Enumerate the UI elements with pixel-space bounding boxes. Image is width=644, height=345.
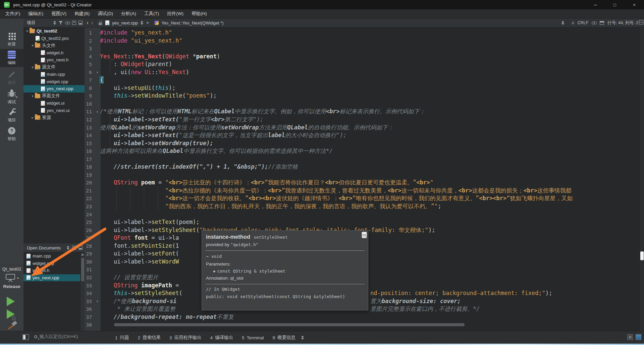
code-line[interactable]: 16这两种方法都可以用来在QLabel中显示换行文字。你可以根据你的需求选择其中… [85,147,644,155]
kit-selector-icon[interactable] [6,274,15,280]
sidebar-item-wrench[interactable]: 项目 [0,106,23,124]
code-line[interactable]: 22 "<br>这一切才会是我的收获。”<br><br>波伏娃的《越洋情书》：<… [85,194,644,203]
sidebar-item-pencil[interactable]: 设计 [0,69,23,87]
scrollbar-thumb[interactable] [81,258,84,281]
tree-item[interactable]: ▸▦资源 [23,114,85,121]
menu-item[interactable]: 视图(V) [47,9,70,18]
tree-item[interactable]: ✎widget.ui [23,100,85,107]
toggle-sidebar-icon[interactable] [22,334,29,340]
tree-item[interactable]: C+main.cpp [23,71,85,78]
filter-icon[interactable] [59,21,63,25]
output-pane-button[interactable]: 1问题 [112,331,132,344]
code-line[interactable]: 17 [85,155,644,163]
code-line[interactable]: 12 ui->label->setText("第一行文字<br>第二行文字"); [85,116,644,124]
code-line[interactable]: 5 : QWidget(parent) [85,60,644,68]
tree-item[interactable]: ▾✎界面文件 [23,93,85,100]
progress-icon[interactable] [636,334,641,340]
code-line[interactable]: 4Yes_Next::Yes_Next(QWidget *parent) [85,53,644,61]
sort-icon[interactable] [67,246,70,250]
maximize-button[interactable]: □ [605,0,625,9]
close-document-icon[interactable]: × [146,21,149,24]
code-line[interactable]: 13使用QLabel的setWordWrap方法：你可以使用setWordWra… [85,124,644,132]
vertical-scrollbar[interactable] [639,27,644,331]
sidebar-item-help[interactable]: ?帮助 [0,125,23,143]
horizontal-scrollbar[interactable] [101,323,639,327]
tree-item[interactable]: hwidget.h [23,49,85,57]
line-ending-indicator[interactable]: CRLF [578,20,589,25]
output-pane-button[interactable]: 9概要信息 [270,331,299,344]
open-document-item[interactable]: hwidget.h [23,267,80,274]
build-button[interactable] [6,322,17,332]
code-line[interactable]: 10 [85,100,644,108]
scrollbar-thumb[interactable] [114,323,465,326]
locator-input[interactable]: 输入以定位(Ctrl+K) [34,334,78,340]
hide-pane-icon[interactable] [78,21,83,25]
code-line[interactable]: 18 //str.insert(str.indexOf(",") + 1, "&… [85,163,644,171]
code-line[interactable]: 8 ui->setupUi(this); [85,84,644,92]
pane-sort-icon[interactable] [301,336,304,340]
tree-item[interactable]: ▾C+源文件 [23,64,85,71]
sidebar-item-grid[interactable]: 欢迎 [0,30,23,48]
menu-item[interactable]: 工具(T) [140,9,163,18]
code-line[interactable]: 25 ui->label->setText(poem); [85,218,644,226]
tree-item[interactable]: ▾⚙Qt_test02 [23,27,85,35]
code-line[interactable]: 2#include "ui_yes_next.h" [85,37,644,45]
code-line[interactable]: 15 ui->label->setWordWrap(true); [85,139,644,148]
code-line[interactable]: 7{ [85,76,644,84]
code-line[interactable]: 1#include "yes_next.h" [85,29,644,37]
close-button[interactable]: × [625,0,644,9]
output-window-icon[interactable] [627,334,633,340]
scrollbar-thumb[interactable] [640,251,644,260]
fold-marker-icon[interactable]: ▾ [95,108,100,116]
code-line[interactable]: 9 this->setWindowTitle("poems"); [85,92,644,100]
output-pane-button[interactable]: 3应用程序输出 [166,331,205,344]
menu-item[interactable]: 调试(D) [94,9,117,18]
menu-item[interactable]: 控件(W) [163,9,187,18]
forward-icon[interactable]: › [91,20,93,25]
kit-flyout-arrow[interactable]: ▸ [17,276,19,280]
menu-item[interactable]: 文件(F) [1,9,24,18]
fold-marker-icon[interactable]: ▾ [95,297,100,305]
code-line[interactable]: 14 ui->label->setText("这是一段很长的文字，当文字超出la… [85,131,644,139]
fold-marker-icon[interactable]: ▾ [95,68,100,76]
code-line[interactable]: 23 "我的西东，我的工作日，我的礼拜天，我的正午，我的深夜，我的言语，我的歌声… [85,203,644,211]
code-line[interactable]: 37 //background-repeat: no-repeat不重复 [85,313,644,321]
menu-item[interactable]: 帮助(H) [187,9,211,18]
output-pane-button[interactable]: 5Terminal [239,331,267,344]
code-line[interactable]: 20 QString poem = "<br>莎士比亚的《十四行诗》：<br>“… [85,179,644,187]
split-add-icon[interactable] [72,21,76,25]
symbol-sort-icon[interactable] [561,21,565,25]
sidebar-item-edit[interactable]: 编辑 [0,49,23,67]
menu-item[interactable]: 构建(B) [70,9,94,18]
chevron-down-icon[interactable]: ▾ [30,94,35,98]
open-document-item[interactable]: C+main.cpp [23,252,80,260]
output-pane-button[interactable]: 4编译输出 [207,331,236,344]
chevron-right-icon[interactable]: ▸ [30,116,35,119]
run-button[interactable] [7,297,15,306]
chevron-down-icon[interactable]: ▾ [30,44,35,47]
hide-pane-icon[interactable] [78,246,83,250]
scroll-up-arrow[interactable] [81,253,84,255]
panel-icon[interactable] [600,21,604,25]
code-line[interactable]: 19 [85,171,644,179]
output-pane-button[interactable]: 2搜索结果 [135,331,164,344]
sync-icon[interactable] [65,21,70,24]
tree-item[interactable]: hyes_next.h [23,56,85,64]
code-line[interactable]: 24 [85,211,644,219]
sidebar-item-bug[interactable]: ▸调试 [0,88,23,106]
open-documents-scrollbar[interactable] [80,252,85,331]
code-line[interactable]: 11▾/*使用HTML标记：你可以使用HTML标记来在QLabel中显示换行文字… [85,108,644,116]
document-dropdown-icon[interactable] [141,21,144,25]
chevron-down-icon[interactable]: ▾ [30,65,35,69]
open-document-item[interactable]: C+widget.cpp [23,260,80,267]
open-file-name[interactable]: yes_next.cpp [112,20,138,25]
file-link-icon[interactable] [592,21,596,24]
tree-item[interactable]: ▾h头文件 [23,42,85,49]
split-editor-icon[interactable] [639,20,643,24]
annotation-toggle-icon[interactable]: # [572,20,574,25]
menu-item[interactable]: 分析(A) [117,9,140,18]
sort-icon[interactable] [53,21,56,25]
tree-item[interactable]: qtQt_test02.pro [23,35,85,42]
tree-item[interactable]: ✎yes_next.ui [23,107,85,114]
menu-item[interactable]: 编辑(E) [24,9,47,18]
